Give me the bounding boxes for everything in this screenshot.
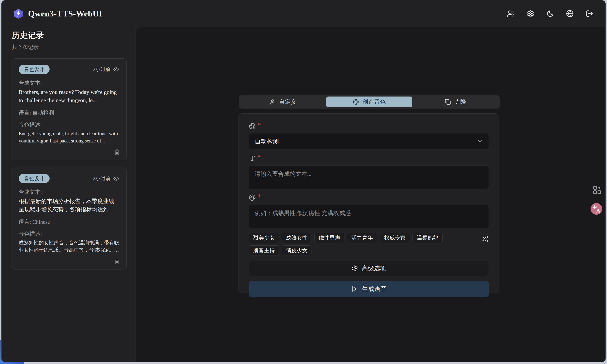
language-select[interactable]: 自动检测 bbox=[249, 133, 489, 150]
card-type-badge: 音色设计 bbox=[19, 174, 50, 183]
required-marker: * bbox=[258, 155, 261, 159]
tab-label: 克隆 bbox=[454, 98, 466, 106]
app-title: Qwen3-TTS-WebUI bbox=[28, 9, 102, 18]
voice-desc-label: 音色描述: bbox=[19, 121, 119, 129]
synthesis-text: Brothers, are you ready? Today we're goi… bbox=[19, 88, 119, 104]
create-voice-form: * 自动检测 * * 甜美少女 成熟女性 磁性男声 活 bbox=[238, 113, 499, 293]
card-type-badge: 音色设计 bbox=[19, 65, 50, 74]
synthesis-text-input[interactable] bbox=[249, 165, 489, 189]
history-card[interactable]: 音色设计 2小时前 合成文本: Brothers, are you ready?… bbox=[11, 58, 127, 160]
preset-tags: 甜美少女 成熟女性 磁性男声 活力青年 权威专家 温柔妈妈 播音主持 俏皮少女 bbox=[249, 233, 489, 255]
advanced-options-label: 高级选项 bbox=[362, 264, 386, 273]
translate-fab[interactable]: 中 A bbox=[591, 203, 602, 215]
mode-tabbar: 自定义 创造音色 克隆 bbox=[239, 95, 500, 109]
app-header: Qwen3-TTS-WebUI bbox=[2, 0, 605, 27]
voice-preset-chip[interactable]: 成熟女性 bbox=[282, 233, 312, 243]
voice-preset-chip[interactable]: 温柔妈妈 bbox=[412, 233, 443, 243]
palette-icon bbox=[353, 99, 359, 105]
tab-custom[interactable]: 自定义 bbox=[240, 96, 326, 107]
tab-label: 自定义 bbox=[279, 98, 296, 106]
desc-field-palette-icon bbox=[249, 194, 256, 201]
language-value: Chinese bbox=[32, 219, 50, 225]
play-icon bbox=[351, 286, 357, 292]
delete-record-icon[interactable] bbox=[114, 259, 120, 264]
brand: Qwen3-TTS-WebUI bbox=[13, 8, 102, 19]
synthesis-text: 根据最新的市场分析报告，本季度业绩呈现稳步增长态势，各项指标均达到预期... bbox=[19, 197, 119, 213]
sidebar-record-count: 共 2 条记录 bbox=[12, 44, 135, 51]
voice-preset-chip[interactable]: 甜美少女 bbox=[249, 233, 279, 243]
shuffle-icon[interactable] bbox=[481, 235, 489, 243]
app-window: Qwen3-TTS-WebUI 历史记录 共 2 条记录 bbox=[1, 0, 606, 362]
main-content: 自定义 创造音色 克隆 * 自动检测 * bbox=[136, 27, 605, 362]
voice-preset-chip[interactable]: 磁性男声 bbox=[314, 233, 344, 243]
history-card[interactable]: 音色设计 2小时前 合成文本: 根据最新的市场分析报告，本季度业绩呈现稳步增长态… bbox=[11, 168, 127, 270]
voice-desc-label: 音色描述: bbox=[19, 230, 119, 238]
advanced-options-button[interactable]: 高级选项 bbox=[249, 261, 489, 276]
synthesis-text-label: 合成文本: bbox=[19, 188, 119, 196]
language-select-value: 自动检测 bbox=[255, 137, 279, 146]
users-icon[interactable] bbox=[507, 10, 515, 17]
synthesis-text-label: 合成文本: bbox=[19, 79, 119, 87]
language-globe-icon[interactable] bbox=[566, 10, 574, 17]
generate-speech-button[interactable]: 生成语音 bbox=[249, 281, 489, 297]
language-value: 自动检测 bbox=[32, 110, 54, 116]
eye-icon[interactable] bbox=[113, 66, 119, 72]
voice-preset-chip[interactable]: 俏皮少女 bbox=[282, 246, 312, 255]
required-marker: * bbox=[258, 194, 261, 198]
header-actions bbox=[507, 10, 593, 17]
chevron-down-icon bbox=[477, 138, 483, 145]
app-logo-icon bbox=[13, 8, 24, 19]
tab-clone[interactable]: 克隆 bbox=[412, 96, 499, 107]
settings-icon[interactable] bbox=[527, 10, 534, 17]
voice-desc: 成熟知性的女性声音，音色温润饱满，带有职业女性的干练气质。音高中等，音域稳定。语… bbox=[19, 239, 119, 254]
delete-record-icon[interactable] bbox=[114, 149, 120, 155]
extension-grid-sparkle-icon[interactable] bbox=[593, 185, 602, 195]
tab-label: 创造音色 bbox=[363, 98, 386, 106]
voice-desc: Energetic young male, bright and clear t… bbox=[19, 130, 119, 145]
generate-speech-label: 生成语音 bbox=[362, 285, 387, 293]
tab-create-voice[interactable]: 创造音色 bbox=[326, 96, 412, 107]
copy-icon bbox=[445, 99, 451, 105]
text-field-type-icon bbox=[249, 155, 256, 162]
voice-preset-chip[interactable]: 权威专家 bbox=[380, 233, 410, 243]
eye-icon[interactable] bbox=[113, 176, 119, 182]
sidebar-title: 历史记录 bbox=[12, 30, 135, 41]
language-label: 语言: bbox=[19, 110, 31, 116]
logout-icon[interactable] bbox=[586, 10, 593, 17]
history-sidebar: 历史记录 共 2 条记录 音色设计 2小时前 合成文本: Brothers, a… bbox=[2, 27, 135, 362]
voice-description-input[interactable] bbox=[249, 205, 489, 228]
language-label: 语言: bbox=[19, 219, 31, 225]
user-icon bbox=[269, 99, 275, 105]
translate-fab-a: A bbox=[596, 208, 600, 214]
dark-mode-moon-icon[interactable] bbox=[546, 10, 554, 17]
card-timestamp: 2小时前 bbox=[93, 175, 111, 182]
required-marker: * bbox=[258, 123, 261, 127]
voice-preset-chip[interactable]: 活力青年 bbox=[347, 233, 377, 243]
language-field-globe-icon bbox=[249, 123, 256, 130]
gear-icon bbox=[352, 265, 358, 272]
voice-preset-chip[interactable]: 播音主持 bbox=[249, 246, 279, 255]
card-timestamp: 2小时前 bbox=[93, 66, 111, 73]
